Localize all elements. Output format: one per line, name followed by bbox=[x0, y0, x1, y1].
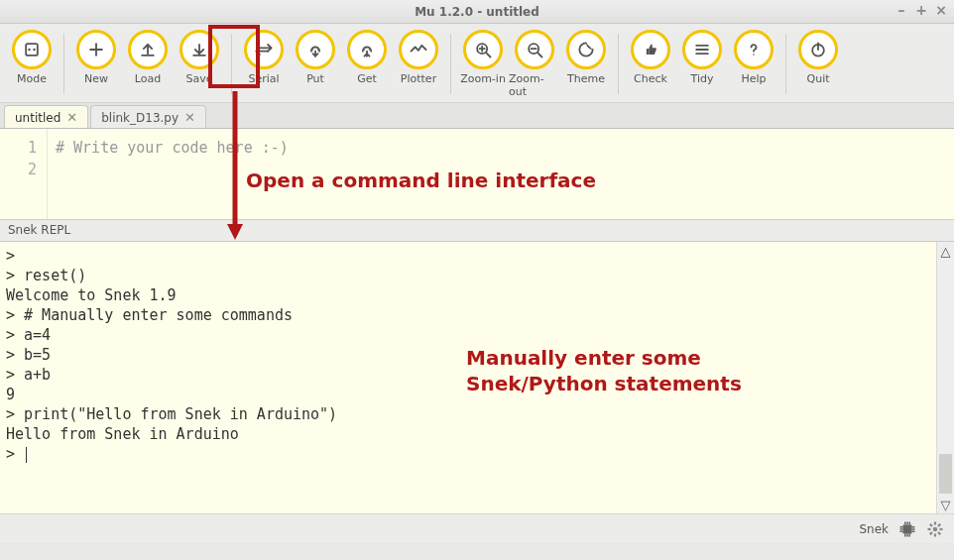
svg-line-22 bbox=[537, 53, 541, 56]
scroll-thumb[interactable] bbox=[939, 454, 952, 494]
put-icon bbox=[296, 30, 335, 69]
editor-tabs: untitled✕blink_D13.py✕ bbox=[0, 103, 954, 129]
help-icon bbox=[734, 30, 774, 69]
repl-output[interactable]: >> reset()Welcome to Snek 1.9> # Manuall… bbox=[0, 242, 936, 513]
theme-label: Theme bbox=[567, 72, 605, 85]
tidy-button[interactable]: Tidy bbox=[676, 30, 728, 85]
serial-label: Serial bbox=[248, 72, 279, 85]
repl-title: Snek REPL bbox=[8, 223, 70, 237]
window-controls: – + × bbox=[894, 2, 948, 18]
check-button[interactable]: Check bbox=[625, 30, 676, 85]
plotter-label: Plotter bbox=[401, 72, 436, 85]
svg-rect-30 bbox=[903, 524, 912, 533]
get-button[interactable]: Get bbox=[341, 30, 393, 85]
zoom-out-button[interactable]: Zoom-out bbox=[509, 30, 560, 98]
status-bar: Snek bbox=[0, 513, 954, 543]
svg-line-48 bbox=[930, 523, 932, 525]
code-line: # Write your code here :-) bbox=[56, 137, 289, 159]
tab-close-icon[interactable]: ✕ bbox=[66, 110, 77, 125]
scroll-up-icon[interactable]: △ bbox=[937, 242, 954, 260]
get-icon bbox=[347, 30, 387, 69]
load-label: Load bbox=[135, 72, 161, 85]
repl-line: > b=5 bbox=[6, 345, 930, 365]
save-icon bbox=[179, 30, 219, 69]
load-button[interactable]: Load bbox=[122, 30, 174, 85]
help-button[interactable]: Help bbox=[728, 30, 779, 85]
tab-blink-d13-py[interactable]: blink_D13.py✕ bbox=[90, 105, 206, 128]
quit-icon bbox=[798, 30, 838, 69]
put-label: Put bbox=[306, 72, 324, 85]
tidy-label: Tidy bbox=[691, 72, 714, 85]
window-titlebar: Mu 1.2.0 - untitled – + × bbox=[0, 0, 954, 24]
serial-icon bbox=[244, 30, 284, 69]
svg-point-15 bbox=[369, 49, 371, 51]
svg-line-50 bbox=[930, 532, 932, 534]
quit-button[interactable]: Quit bbox=[792, 30, 844, 85]
theme-icon bbox=[566, 30, 606, 69]
tidy-icon bbox=[682, 30, 722, 69]
repl-line: > print("Hello from Snek in Arduino") bbox=[6, 404, 930, 424]
load-icon bbox=[128, 30, 168, 69]
repl-panel: >> reset()Welcome to Snek 1.9> # Manuall… bbox=[0, 242, 954, 513]
minimize-button[interactable]: – bbox=[894, 2, 908, 18]
repl-line: > a=4 bbox=[6, 325, 930, 345]
save-button[interactable]: Save bbox=[174, 30, 225, 85]
line-number: 1 bbox=[0, 137, 37, 159]
get-label: Get bbox=[357, 72, 377, 85]
repl-line: > reset() bbox=[6, 266, 930, 285]
repl-line: > # Manually enter some commands bbox=[6, 305, 930, 325]
save-label: Save bbox=[185, 72, 212, 85]
svg-point-43 bbox=[933, 526, 938, 531]
theme-button[interactable]: Theme bbox=[560, 30, 612, 98]
quit-label: Quit bbox=[807, 72, 830, 85]
repl-line: Hello from Snek in Arduino bbox=[6, 424, 930, 444]
check-label: Check bbox=[634, 72, 667, 85]
status-mode: Snek bbox=[859, 522, 889, 536]
svg-point-12 bbox=[317, 49, 319, 51]
tab-untitled[interactable]: untitled✕ bbox=[4, 105, 88, 128]
repl-line: 9 bbox=[6, 385, 930, 404]
repl-line: > a+b bbox=[6, 365, 930, 385]
repl-line: > bbox=[6, 444, 930, 464]
svg-point-1 bbox=[28, 49, 31, 52]
svg-point-2 bbox=[33, 49, 36, 52]
tab-close-icon[interactable]: ✕ bbox=[184, 110, 195, 125]
check-icon bbox=[631, 30, 670, 69]
help-label: Help bbox=[741, 72, 766, 85]
mode-button[interactable]: Mode bbox=[6, 30, 58, 85]
gear-icon[interactable] bbox=[926, 520, 944, 538]
repl-caret bbox=[26, 447, 27, 463]
svg-point-11 bbox=[312, 49, 314, 51]
svg-line-51 bbox=[938, 523, 940, 525]
repl-scrollbar[interactable]: △ ▽ bbox=[936, 242, 954, 513]
svg-line-18 bbox=[486, 53, 490, 56]
mode-icon bbox=[12, 30, 52, 69]
code-area[interactable]: # Write your code here :-) bbox=[48, 129, 289, 219]
new-icon bbox=[76, 30, 116, 69]
tab-label: blink_D13.py bbox=[101, 111, 179, 125]
repl-line: > bbox=[6, 246, 930, 266]
repl-line: Welcome to Snek 1.9 bbox=[6, 285, 930, 305]
plotter-button[interactable]: Plotter bbox=[393, 30, 444, 85]
serial-button[interactable]: Serial bbox=[238, 30, 290, 85]
code-editor[interactable]: 12 # Write your code here :-) bbox=[0, 129, 954, 220]
svg-line-49 bbox=[938, 532, 940, 534]
zoom-in-label: Zoom-in bbox=[460, 72, 506, 85]
svg-point-14 bbox=[364, 49, 366, 51]
tab-label: untitled bbox=[15, 111, 60, 125]
window-title: Mu 1.2.0 - untitled bbox=[415, 5, 539, 19]
close-button[interactable]: × bbox=[934, 2, 948, 18]
maximize-button[interactable]: + bbox=[914, 2, 928, 18]
scroll-down-icon[interactable]: ▽ bbox=[937, 496, 954, 513]
chip-icon[interactable] bbox=[898, 520, 916, 538]
new-label: New bbox=[84, 72, 108, 85]
zoom-in-button[interactable]: Zoom-in bbox=[457, 30, 509, 98]
zoom-in-icon bbox=[463, 30, 503, 69]
line-number-gutter: 12 bbox=[0, 129, 48, 219]
new-button[interactable]: New bbox=[70, 30, 122, 85]
repl-header: Snek REPL bbox=[0, 220, 954, 242]
svg-point-27 bbox=[753, 54, 755, 56]
mode-label: Mode bbox=[17, 72, 47, 85]
put-button[interactable]: Put bbox=[290, 30, 341, 85]
zoom-out-label: Zoom-out bbox=[509, 72, 560, 98]
